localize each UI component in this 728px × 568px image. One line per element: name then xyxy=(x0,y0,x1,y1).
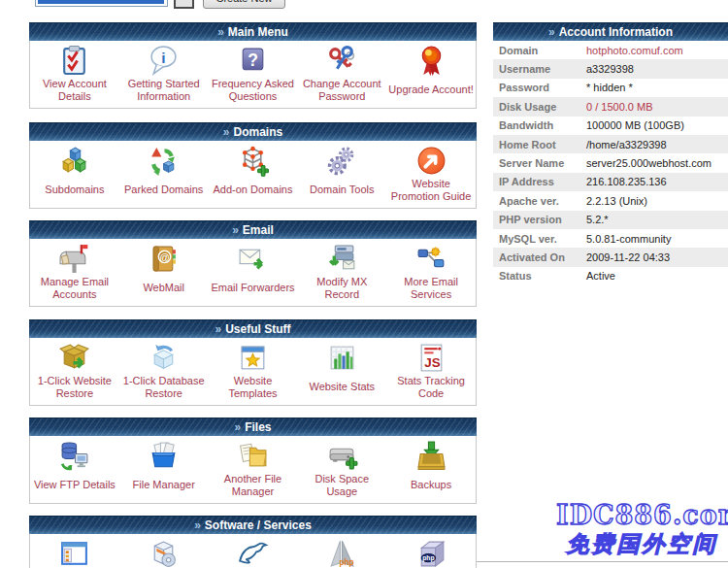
go-button[interactable] xyxy=(174,0,194,9)
menu-item-add-on-domains[interactable]: Add-on Domains xyxy=(209,141,298,208)
section-header: »Email xyxy=(29,220,477,239)
domain-input[interactable] xyxy=(35,0,168,7)
menu-item-1-click-database-restore[interactable]: 1-Click Database Restore xyxy=(119,338,209,405)
menu-item-change-account-password[interactable]: Change Account Password xyxy=(297,41,386,108)
account-info-value: a3329398 xyxy=(586,63,634,75)
section-body: Subdomains Parked Domains Add-on Domains… xyxy=(29,141,477,209)
menu-item-website-stats[interactable]: Website Stats xyxy=(297,338,386,405)
account-info-label: Apache ver. xyxy=(493,195,586,207)
section-body: php php xyxy=(29,534,477,568)
chevron-icon: » xyxy=(215,322,221,336)
php-cube-icon: php xyxy=(415,538,447,568)
menu-item-app-window-icon[interactable] xyxy=(30,534,119,568)
menu-item-getting-started-information[interactable]: i Getting Started Information xyxy=(119,41,209,108)
menu-item-upgrade-account[interactable]: Upgrade Account! xyxy=(386,41,476,108)
menu-item-more-email-services[interactable]: More Email Services xyxy=(386,239,476,306)
section-software-services: »Software / Services php php xyxy=(29,516,477,568)
account-information-panel: »Account Information Domain hotphoto.com… xyxy=(493,22,728,285)
domain-link[interactable]: hotphoto.comuf.com xyxy=(586,45,683,56)
phpmyadmin-sail-icon: php xyxy=(326,538,358,568)
account-info-row-home-root: Home Root /home/a3329398 xyxy=(493,135,728,153)
account-info-row-apache-ver: Apache ver. 2.2.13 (Unix) xyxy=(493,191,728,210)
menu-item-label: Parked Domains xyxy=(122,177,205,203)
account-info-row-bandwidth: Bandwidth 100000 MB (100GB) xyxy=(493,117,728,135)
account-info-value: Active xyxy=(586,270,615,282)
account-info-value: 0 / 1500.0 MB xyxy=(586,101,653,113)
section-body: View FTP Details File Manager Another Fi… xyxy=(29,436,477,504)
app-window-icon xyxy=(58,538,90,568)
menu-item-label: View FTP Details xyxy=(32,472,117,498)
menu-item-stats-tracking-code[interactable]: JS Stats Tracking Code xyxy=(386,338,476,405)
menu-item-modify-mx-record[interactable]: Modify MX Record xyxy=(297,239,386,306)
account-info-label: Bandwidth xyxy=(493,119,586,131)
account-info-row-mysql-ver: MySQL ver. 5.0.81-community xyxy=(493,229,728,248)
section-main-menu: »Main Menu View Account Details i Gettin… xyxy=(29,22,477,109)
menu-item-label: Subdomains xyxy=(43,177,106,203)
section-header: »Files xyxy=(29,418,477,436)
menu-item-1-click-website-restore[interactable]: 1-Click Website Restore xyxy=(30,338,119,405)
menu-item-label: Change Account Password xyxy=(297,77,386,103)
account-info-value: 5.2.* xyxy=(586,214,609,225)
menu-item-mysql-dolphin-icon[interactable] xyxy=(209,534,298,568)
menu-item-label: WebMail xyxy=(141,275,186,301)
recycle-arrows-icon xyxy=(148,145,180,177)
section-body: View Account Details i Getting Started I… xyxy=(29,41,477,109)
account-info-value: /home/a3329398 xyxy=(586,139,667,150)
menu-item-view-ftp-details[interactable]: View FTP Details xyxy=(30,436,119,503)
account-info-row-activated-on: Activated On 2009-11-22 04:33 xyxy=(493,248,728,266)
account-info-row-password: Password * hidden * xyxy=(493,79,728,97)
menu-item-label: Stats Tracking Code xyxy=(386,374,476,400)
menu-item-another-file-manager[interactable]: Another File Manager xyxy=(209,436,298,503)
account-info-label: Password xyxy=(493,82,586,93)
menu-item-software-box-icon[interactable] xyxy=(119,534,209,568)
account-info-row-php-version: PHP version 5.2.* xyxy=(493,211,728,229)
template-star-icon xyxy=(237,342,269,374)
js-code-icon: JS xyxy=(415,342,447,374)
flowchart-icon xyxy=(415,243,447,275)
menu-item-label: Frequency Asked Questions xyxy=(209,77,298,103)
ftp-icon xyxy=(58,440,90,472)
account-info-label: Status xyxy=(493,270,586,282)
section-header: »Domains xyxy=(29,122,477,141)
envelope-forward-icon xyxy=(237,243,269,275)
menu-item-website-promotion-guide[interactable]: Website Promotion Guide xyxy=(386,141,476,208)
menu-item-manage-email-accounts[interactable]: Manage Email Accounts xyxy=(30,239,119,306)
menu-item-website-templates[interactable]: Website Templates xyxy=(209,338,298,405)
bar-chart-icon xyxy=(326,342,358,374)
menu-item-webmail[interactable]: @ WebMail xyxy=(119,239,209,306)
menu-item-subdomains[interactable]: Subdomains xyxy=(30,141,119,208)
account-info-value: 5.0.81-community xyxy=(586,233,671,245)
account-info-value: 216.108.235.136 xyxy=(586,176,667,187)
section-useful-stuff: »Useful Stuff 1-Click Website Restore 1-… xyxy=(29,319,477,406)
account-info-label: PHP version xyxy=(493,214,586,225)
menu-item-phpmyadmin-sail-icon[interactable]: php xyxy=(297,534,386,568)
account-info-value: 2.2.13 (Unix) xyxy=(586,195,647,207)
menu-item-domain-tools[interactable]: Domain Tools xyxy=(297,141,386,208)
menu-item-view-account-details[interactable]: View Account Details xyxy=(30,41,119,108)
account-information-table: Domain hotphoto.comuf.com Username a3329… xyxy=(493,41,728,285)
chevron-icon: » xyxy=(194,518,201,532)
section-title: Main Menu xyxy=(228,25,288,39)
account-info-label: MySQL ver. xyxy=(493,233,586,245)
menu-item-php-cube-icon[interactable]: php xyxy=(386,534,476,568)
server-arrow-icon xyxy=(326,243,358,275)
menu-item-label: Website Templates xyxy=(209,374,298,400)
section-title: Software / Services xyxy=(205,518,312,532)
account-info-row-ip-address: IP Address 216.108.235.136 xyxy=(493,173,728,191)
section-title: Useful Stuff xyxy=(225,322,290,336)
menu-item-disk-space-usage[interactable]: Disk Space Usage xyxy=(297,436,386,503)
chevron-icon: » xyxy=(232,223,239,237)
menu-item-frequency-asked-questions[interactable]: ? Frequency Asked Questions xyxy=(209,41,298,108)
folder-file-icon xyxy=(237,440,269,472)
menu-item-email-forwarders[interactable]: Email Forwarders xyxy=(209,239,298,306)
create-new-button[interactable]: Create New xyxy=(203,0,285,9)
box-restore-icon xyxy=(58,342,90,374)
menu-item-label: Getting Started Information xyxy=(119,77,209,103)
menu-item-label: 1-Click Database Restore xyxy=(119,374,209,400)
menu-item-file-manager[interactable]: File Manager xyxy=(119,436,209,503)
svg-text:?: ? xyxy=(248,50,258,70)
menu-item-parked-domains[interactable]: Parked Domains xyxy=(119,141,209,208)
menu-item-label: More Email Services xyxy=(386,275,476,301)
section-title: Files xyxy=(245,420,271,434)
menu-item-backups[interactable]: Backups xyxy=(386,436,476,503)
